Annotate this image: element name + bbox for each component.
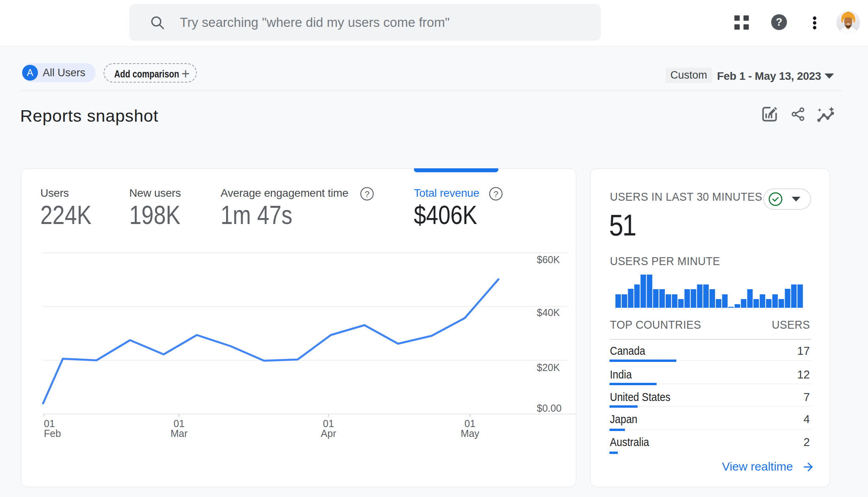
svg-text:$20K: $20K (537, 362, 560, 373)
svg-text:01: 01 (323, 418, 334, 429)
svg-text:Mar: Mar (170, 428, 187, 439)
svg-text:$0.00: $0.00 (537, 403, 562, 414)
svg-text:$40K: $40K (537, 307, 560, 318)
svg-text:01: 01 (174, 418, 185, 429)
svg-text:01: 01 (464, 418, 476, 429)
svg-text:Feb: Feb (44, 428, 61, 439)
svg-text:$60K: $60K (537, 254, 560, 265)
svg-text:Apr: Apr (321, 428, 336, 439)
svg-text:?: ? (776, 16, 783, 28)
svg-text:May: May (460, 428, 479, 439)
svg-text:01: 01 (44, 418, 55, 429)
